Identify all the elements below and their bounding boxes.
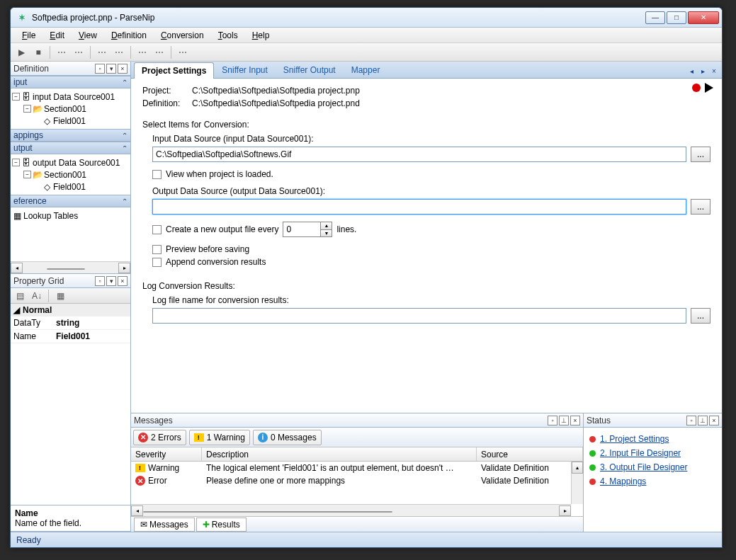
pane-close-icon[interactable]: ×: [709, 416, 719, 425]
results-tab[interactable]: ✚Results: [196, 518, 247, 532]
input-ds-label: Input Data Source (input Data Source001)…: [152, 134, 710, 144]
tool-7[interactable]: ⋯: [175, 45, 191, 60]
create-every-label: Create a new output file every: [166, 224, 278, 234]
tool-1[interactable]: ⋯: [54, 45, 69, 60]
pg-az-icon[interactable]: A↓: [29, 288, 45, 304]
maximize-button[interactable]: □: [667, 11, 686, 24]
tool-2[interactable]: ⋯: [71, 45, 86, 60]
status-link[interactable]: 1. Project Settings: [600, 434, 669, 444]
minimize-button[interactable]: —: [645, 11, 665, 24]
tool-3[interactable]: ⋯: [94, 45, 110, 60]
section-mappings[interactable]: appings⌃: [11, 129, 130, 142]
input-ds-browse-button[interactable]: ...: [691, 147, 710, 162]
tab-next-icon[interactable]: ▸: [698, 66, 708, 76]
output-ds-browse-button[interactable]: ...: [691, 199, 710, 215]
definition-hscroll[interactable]: ◂▸: [11, 261, 130, 273]
messages-filter-button[interactable]: i0 Messages: [253, 430, 322, 445]
preview-checkbox[interactable]: [152, 245, 162, 254]
section-output[interactable]: utput⌃: [11, 142, 130, 154]
status-item[interactable]: 3. Output File Designer: [589, 460, 716, 474]
tree-output-section[interactable]: −📂Section001: [12, 168, 129, 181]
col-source[interactable]: Source: [477, 447, 583, 461]
status-link[interactable]: 3. Output File Designer: [600, 462, 687, 472]
propgrid-pane-header: Property Grid ▫ ▾ ×: [11, 274, 130, 288]
tab-mapper[interactable]: Mapper: [344, 62, 388, 78]
col-description[interactable]: Description: [202, 447, 477, 461]
errors-filter-button[interactable]: ✕2 Errors: [133, 430, 186, 445]
pane-dock-icon[interactable]: ▫: [686, 416, 696, 425]
tree-output-field[interactable]: ◇Field001: [12, 181, 129, 193]
lines-spinner[interactable]: ▲▼: [283, 222, 332, 237]
status-link[interactable]: 4. Mappings: [600, 476, 646, 486]
pg-desc-name: Name: [15, 508, 126, 518]
tree-input-section[interactable]: −📂Section001: [12, 103, 129, 115]
pane-pin-icon[interactable]: ⊥: [698, 416, 708, 425]
play-button[interactable]: ▶: [13, 45, 29, 60]
preview-label: Preview before saving: [166, 244, 249, 254]
run-icon[interactable]: [705, 83, 713, 93]
pane-close-icon[interactable]: ×: [570, 416, 580, 425]
log-label: Log file name for conversion results:: [152, 295, 710, 305]
field-icon: ◇: [42, 116, 52, 126]
record-icon[interactable]: [692, 84, 701, 92]
append-checkbox[interactable]: [152, 258, 162, 267]
stop-button[interactable]: ■: [30, 45, 46, 60]
select-items-label: Select Items for Conversion:: [142, 120, 710, 130]
menu-conversion[interactable]: Conversion: [155, 29, 210, 42]
tab-sniffer-input[interactable]: Sniffer Input: [214, 62, 276, 78]
pane-dock-icon[interactable]: ▫: [95, 276, 105, 286]
status-link[interactable]: 2. Input File Designer: [600, 448, 681, 458]
project-value: C:\Softpedia\Softpedia\Softpedia project…: [192, 86, 360, 96]
tool-4[interactable]: ⋯: [111, 45, 127, 60]
section-input[interactable]: iput⌃: [11, 76, 130, 88]
menu-view[interactable]: View: [73, 29, 103, 42]
menu-edit[interactable]: Edit: [44, 29, 70, 42]
log-browse-button[interactable]: ...: [691, 308, 710, 324]
tree-input-field[interactable]: ◇Field001: [12, 115, 129, 127]
input-ds-field[interactable]: [152, 147, 686, 162]
pane-close-icon[interactable]: ×: [118, 64, 128, 74]
status-item[interactable]: 4. Mappings: [589, 474, 716, 488]
tab-prev-icon[interactable]: ◂: [686, 66, 696, 76]
tab-project-settings[interactable]: Project Settings: [134, 62, 214, 79]
warnings-filter-button[interactable]: 1 Warning: [189, 430, 250, 445]
pg-categorized-icon[interactable]: ▤: [12, 288, 28, 304]
view-loaded-label: View when project is loaded.: [166, 169, 273, 179]
pane-close-icon[interactable]: ×: [118, 276, 128, 286]
tree-output-root[interactable]: −🗄output Data Source001: [12, 156, 129, 168]
tree-lookup[interactable]: ▦Lookup Tables: [12, 210, 129, 222]
messages-tab[interactable]: ✉Messages: [134, 518, 195, 532]
view-loaded-checkbox[interactable]: [152, 170, 162, 179]
tool-5[interactable]: ⋯: [135, 45, 150, 60]
menu-tools[interactable]: Tools: [213, 29, 244, 42]
pane-pin-icon[interactable]: ▾: [106, 64, 116, 74]
status-item[interactable]: 1. Project Settings: [589, 432, 716, 446]
menu-definition[interactable]: Definition: [106, 29, 152, 42]
create-every-checkbox[interactable]: [152, 225, 162, 234]
messages-vscroll[interactable]: ▴: [571, 462, 583, 504]
tool-6[interactable]: ⋯: [152, 45, 167, 60]
col-severity[interactable]: Severity: [131, 447, 202, 461]
close-button[interactable]: ✕: [688, 11, 719, 24]
pg-row[interactable]: DataTystring: [11, 316, 130, 330]
definition-value: C:\Softpedia\Softpedia\Softpedia project…: [192, 98, 360, 108]
menu-help[interactable]: Help: [247, 29, 276, 42]
message-row[interactable]: Warning The logical element 'Field001' i…: [131, 462, 583, 474]
status-item[interactable]: 2. Input File Designer: [589, 446, 716, 460]
section-reference[interactable]: eference⌃: [11, 195, 130, 207]
pane-dock-icon[interactable]: ▫: [548, 416, 557, 425]
tab-sniffer-output[interactable]: Sniffer Output: [276, 62, 344, 78]
tree-input-root[interactable]: −🗄input Data Source001: [12, 91, 129, 103]
output-ds-field[interactable]: [152, 199, 686, 215]
pane-pin-icon[interactable]: ⊥: [559, 416, 569, 425]
message-row[interactable]: ✕Error Please define one or more mapping…: [131, 474, 583, 487]
pg-props-icon[interactable]: ▦: [52, 288, 68, 304]
pane-dock-icon[interactable]: ▫: [95, 64, 105, 74]
menu-file[interactable]: File: [16, 29, 41, 42]
pane-pin-icon[interactable]: ▾: [106, 276, 116, 286]
tab-close-icon[interactable]: ×: [709, 66, 719, 76]
pg-row[interactable]: NameField001: [11, 330, 130, 343]
pg-category[interactable]: ◢Normal: [11, 304, 130, 316]
messages-hscroll[interactable]: ◂▸: [131, 504, 571, 516]
log-file-field[interactable]: [152, 308, 686, 324]
